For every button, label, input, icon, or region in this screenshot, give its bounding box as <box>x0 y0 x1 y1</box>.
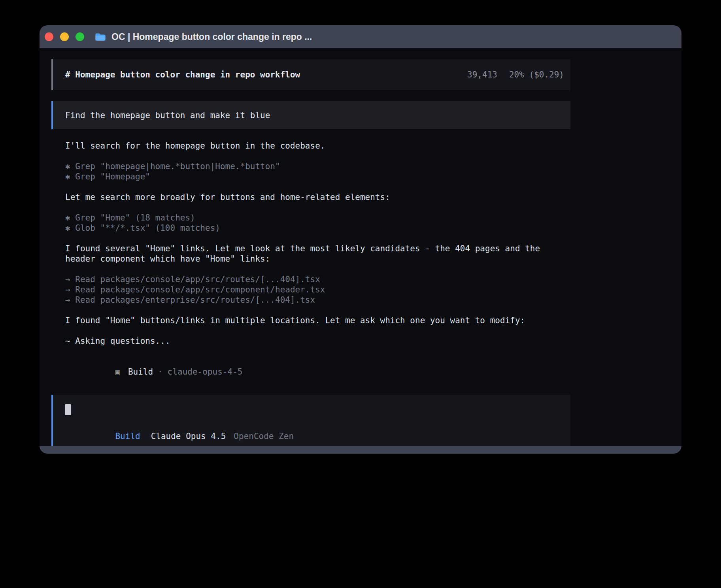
user-message-text: Find the homepage button and make it blu… <box>65 111 270 120</box>
tool-call-glob: ✱ Glob "**/*.tsx" (100 matches) <box>65 223 570 233</box>
assistant-text: I'll search for the homepage button in t… <box>65 141 570 151</box>
assistant-message: Let me search more broadly for buttons a… <box>65 192 570 202</box>
tool-call-read: → Read packages/console/app/src/routes/[… <box>65 274 570 285</box>
active-agent-label: Build <box>115 432 140 441</box>
tool-call-group: ✱ Grep "homepage|home.*button|Home.*butt… <box>65 161 570 182</box>
provider-label: OpenCode Zen <box>234 432 294 441</box>
agent-icon: ▣ <box>115 368 119 376</box>
assistant-message: I found several "Home" links. Let me loo… <box>65 243 570 264</box>
tool-call-read: → Read packages/enterprise/src/routes/[.… <box>65 295 570 305</box>
text-cursor <box>65 404 71 415</box>
asking-questions-status: ~ Asking questions... <box>65 336 570 346</box>
tool-call-grep: ✱ Grep "Homepage" <box>65 172 570 182</box>
tool-call-read: → Read packages/console/app/src/componen… <box>65 285 570 295</box>
tool-call-group: ✱ Grep "Home" (18 matches) ✱ Glob "**/*.… <box>65 213 570 233</box>
assistant-text: I found several "Home" links. Let me loo… <box>65 243 570 254</box>
token-count: 39,413 <box>467 70 497 79</box>
session-header: # Homepage button color change in repo w… <box>51 59 570 90</box>
minimize-button[interactable] <box>60 32 69 41</box>
tool-call-grep: ✱ Grep "homepage|home.*button|Home.*butt… <box>65 161 570 172</box>
assistant-text: I found "Home" buttons/links in multiple… <box>65 315 570 326</box>
window-title: OC | Homepage button color change in rep… <box>111 32 312 42</box>
zoom-button[interactable] <box>75 32 84 41</box>
assistant-message: I found "Home" buttons/links in multiple… <box>65 315 570 326</box>
assistant-text: Let me search more broadly for buttons a… <box>65 192 570 202</box>
prompt-input[interactable]: BuildClaude Opus 4.5OpenCode Zen <box>51 395 570 446</box>
window-bottom-edge <box>40 446 681 454</box>
agent-model: claude-opus-4-5 <box>168 367 243 377</box>
session-stats: 39,413 20% ($0.29) <box>467 70 564 79</box>
assistant-message: I'll search for the homepage button in t… <box>65 141 570 151</box>
terminal-window: OC | Homepage button color change in rep… <box>40 25 681 454</box>
active-model-label: Claude Opus 4.5 <box>151 432 226 441</box>
context-usage-cost: 20% ($0.29) <box>509 70 564 79</box>
session-title: # Homepage button color change in repo w… <box>65 70 300 79</box>
terminal-content: # Homepage button color change in repo w… <box>40 48 681 446</box>
tool-call-group: → Read packages/console/app/src/routes/[… <box>65 274 570 305</box>
tool-call-grep: ✱ Grep "Home" (18 matches) <box>65 213 570 223</box>
close-button[interactable] <box>45 32 53 41</box>
window-titlebar[interactable]: OC | Homepage button color change in rep… <box>40 25 681 48</box>
status-text: ~ Asking questions... <box>65 336 570 346</box>
user-message: Find the homepage button and make it blu… <box>51 101 570 129</box>
conversation-transcript: I'll search for the homepage button in t… <box>51 141 570 387</box>
agent-name: Build <box>128 367 153 377</box>
folder-icon <box>95 32 106 41</box>
assistant-text: header component which have "Home" links… <box>65 254 570 264</box>
agent-status-line: ▣Build·claude-opus-4-5 <box>65 356 570 387</box>
separator-dot: · <box>158 367 163 377</box>
editor-footer: BuildClaude Opus 4.5OpenCode Zen <box>65 422 564 446</box>
